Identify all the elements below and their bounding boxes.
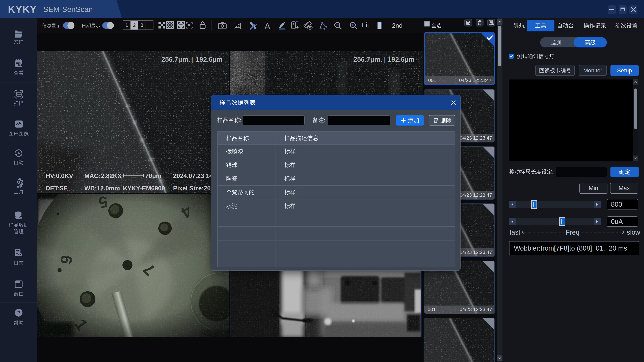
- svg-text:256.7μm. | 192.6μm: 256.7μm. | 192.6μm: [161, 56, 222, 63]
- svg-text:70μm: 70μm: [145, 172, 162, 179]
- svg-text:256.7μm. | 192.6μm: 256.7μm. | 192.6μm: [353, 56, 414, 63]
- svg-text:DET:SE: DET:SE: [46, 185, 68, 192]
- svg-text:A: A: [18, 151, 20, 155]
- svg-text:WD:12.0mm: WD:12.0mm: [84, 185, 120, 192]
- svg-text:HV:0.0KV: HV:0.0KV: [46, 172, 73, 179]
- svg-text:?: ?: [17, 310, 20, 316]
- svg-text:KYKY-EM6900: KYKY-EM6900: [123, 185, 165, 192]
- svg-text:T: T: [296, 21, 298, 24]
- svg-text:MAG:2.82KX: MAG:2.82KX: [84, 172, 122, 179]
